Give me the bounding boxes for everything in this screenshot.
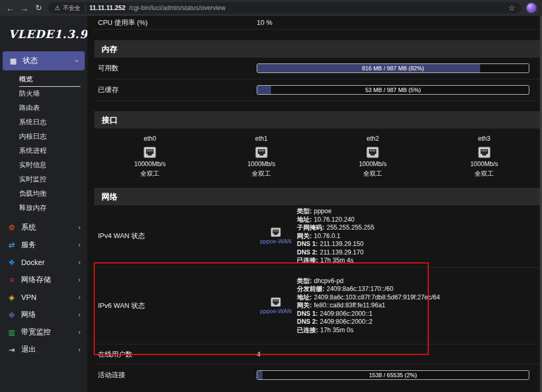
net-detail-line: 已连接:17h 35m 0s [297,326,440,335]
bandwidth-icon: ▥ [7,328,16,336]
sidebar-item-load-balancing[interactable]: 负载均衡 [19,187,80,201]
ipv6-wan-row: IPv6 WAN 状态 pppoe-WAN 类型:dhcpv6-pd 分发前缀:… [94,268,540,345]
bookmark-star-icon[interactable]: ☆ [508,4,515,12]
url-bar[interactable]: ⚠ 不安全 11.11.11.252 /cgi-bin/luci/admin/s… [48,2,521,14]
sidebar-item-logout[interactable]: ⇥ 退出 › [0,341,87,358]
active-connections-progress-bar: 1538 / 65535 (2%) [257,370,529,380]
net-detail-line: DNS 2:2409:806c:2000::2 [297,318,440,326]
reload-button[interactable]: ↻ [34,3,43,13]
sidebar-item-status[interactable]: ▦ 状态 › [3,51,85,70]
services-icon: ⇄ [7,241,16,249]
browser-bar: ← → ↻ ⚠ 不安全 11.11.11.252 /cgi-bin/luci/a… [0,0,542,16]
net-detail-line: DNS 1:211.139.29.150 [297,240,374,249]
port-speed: 1000Mb/s [429,160,540,169]
sidebar-item-free-memory[interactable]: 释放内存 [19,201,80,215]
page-scrollbar[interactable] [540,16,542,392]
port-speed: 1000Mb/s [206,160,318,169]
memory-available-row: 可用数 816 MB / 987 MB (82%) [94,58,540,79]
net-detail-line: 分发前缀:2409:8a6c:137:170::/60 [297,285,440,294]
sidebar-item-system-log[interactable]: 系统日志 [19,115,80,130]
status-submenu: 概览 防火墙 路由表 系统日志 内核日志 系统进程 实时信息 实时监控 负载均衡… [19,72,87,215]
back-button[interactable]: ← [5,4,15,13]
sidebar-item-label: 网络 [21,310,36,320]
ipv4-wan-row: IPv4 WAN 状态 pppoe-WAN 类型:pppoe 地址:10.76.… [94,205,540,268]
security-status[interactable]: ⚠ 不安全 [55,4,86,12]
sidebar-item-routes[interactable]: 路由表 [19,101,80,115]
sidebar-item-network-storage[interactable]: ≡ 网络存储 › [0,271,87,288]
sidebar: VLEDE1.3.9p2 ▦ 状态 › 概览 防火墙 路由表 系统日志 内核日志… [0,16,87,392]
port-name: eth3 [429,135,540,145]
main-content: CPU 使用率 (%) 10 % 内存 可用数 816 MB / 987 MB … [87,16,542,392]
port-duplex: 全双工 [429,169,540,178]
sidebar-item-network[interactable]: ⊕ 网络 › [0,306,87,323]
online-users-value: 4 [257,350,540,358]
section-header-network: 网络 [94,188,540,205]
ipv6-wan-label: IPv6 WAN 状态 [98,301,257,311]
ethernet-port-icon [270,227,281,237]
ipv4-wan-label: IPv4 WAN 状态 [98,231,257,241]
security-label: 不安全 [63,4,80,12]
sidebar-item-system[interactable]: ⚙ 系统 › [0,218,87,236]
cpu-usage-value: 10 % [257,19,540,26]
sidebar-item-kernel-log[interactable]: 内核日志 [19,130,80,144]
port-eth1: eth1 1000Mb/s 全双工 [206,135,318,188]
active-connections-row: 活动连接 1538 / 65535 (2%) [94,364,540,386]
sidebar-item-label: 状态 [23,56,38,66]
warning-icon: ⚠ [55,4,60,12]
logout-icon: ⇥ [7,345,16,354]
sidebar-item-services[interactable]: ⇄ 服务 › [0,236,87,253]
progress-text: 816 MB / 987 MB (82%) [257,64,529,72]
sidebar-item-label: 带宽监控 [21,327,51,337]
online-users-row: 在线用户数 4 [94,344,540,364]
ethernet-port-icon [366,147,379,158]
app-logo: VLEDE1.3.9p2 [0,16,87,50]
chevron-right-icon: › [78,241,80,249]
sidebar-item-label: 网络存储 [21,275,51,285]
sidebar-item-label: 退出 [21,345,36,354]
memory-available-label: 可用数 [98,63,257,73]
memory-available-progress-bar: 816 MB / 987 MB (82%) [257,63,529,73]
ethernet-port-icon [478,147,491,158]
port-duplex: 全双工 [94,169,206,178]
chevron-right-icon: › [78,311,80,318]
port-duplex: 全双工 [206,169,318,178]
sidebar-item-label: 系统 [21,223,36,232]
ipv4-wan-details: 类型:pppoe 地址:10.76.120.240 子网掩码:255.255.2… [297,207,374,265]
iface-name: pppoe-WAN [260,238,292,244]
net-detail-line: DNS 1:2409:806c:2000::1 [297,310,440,318]
ethernet-port-icon [255,147,268,158]
port-speed: 1000Mb/s [317,160,429,169]
interface-ports: eth0 10000Mb/s 全双工 eth1 1000Mb/s 全双工 eth… [94,129,540,188]
chevron-down-icon: › [74,60,82,62]
net-detail-line: 网关:fe80::ca8d:83ff:fe11:96a1 [297,302,440,310]
port-duplex: 全双工 [317,169,429,178]
net-detail-line: 已连接:17h 35m 4s [297,257,374,265]
net-detail-line: 网关:10.76.0.1 [297,232,374,241]
sidebar-item-vpn[interactable]: ◈ VPN › [0,288,87,306]
chevron-right-icon: › [78,293,80,301]
iface-name: pppoe-WAN [260,308,292,314]
forward-button[interactable]: → [20,4,29,13]
port-name: eth2 [317,135,429,145]
storage-icon: ≡ [7,276,16,284]
sidebar-item-label: VPN [21,293,37,302]
section-header-memory: 内存 [94,40,540,58]
sidebar-item-realtime-monitor[interactable]: 实时监控 [19,172,80,187]
chevron-right-icon: › [78,276,80,284]
progress-text: 53 MB / 987 MB (5%) [257,86,529,94]
sidebar-item-processes[interactable]: 系统进程 [19,144,80,158]
chevron-right-icon: › [78,223,80,231]
sidebar-item-firewall[interactable]: 防火墙 [19,87,80,101]
sidebar-item-label: Docker [21,258,44,267]
port-eth2: eth2 1000Mb/s 全双工 [317,135,429,188]
profile-avatar-icon[interactable] [526,3,537,13]
port-name: eth0 [94,135,206,145]
sidebar-item-bandwidth-monitor[interactable]: ▥ 带宽监控 › [0,323,87,341]
port-eth3: eth3 1000Mb/s 全双工 [429,135,540,188]
sidebar-item-overview[interactable]: 概览 [19,72,80,87]
cpu-usage-row: CPU 使用率 (%) 10 % [94,16,540,30]
memory-cached-progress-bar: 53 MB / 987 MB (5%) [257,85,529,95]
sidebar-item-realtime-info[interactable]: 实时信息 [19,158,80,172]
sidebar-item-docker[interactable]: ❖ Docker › [0,253,87,271]
port-speed: 10000Mb/s [94,160,206,169]
